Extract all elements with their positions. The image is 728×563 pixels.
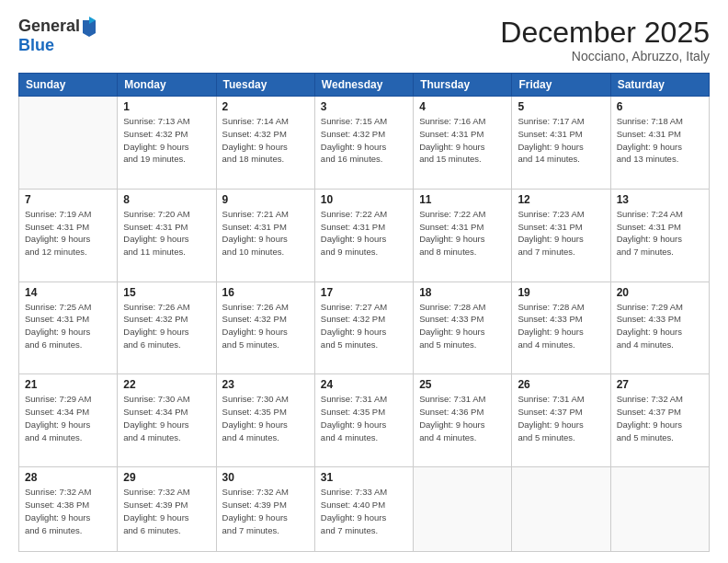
day-info: Sunrise: 7:14 AM Sunset: 4:32 PM Dayligh… <box>222 115 309 166</box>
day-info: Sunrise: 7:18 AM Sunset: 4:31 PM Dayligh… <box>617 115 703 166</box>
day-info: Sunrise: 7:22 AM Sunset: 4:31 PM Dayligh… <box>419 208 506 259</box>
calendar-cell: 7Sunrise: 7:19 AM Sunset: 4:31 PM Daylig… <box>19 189 118 282</box>
calendar-cell: 13Sunrise: 7:24 AM Sunset: 4:31 PM Dayli… <box>610 189 709 282</box>
col-saturday: Saturday <box>610 74 709 97</box>
day-info: Sunrise: 7:32 AM Sunset: 4:37 PM Dayligh… <box>617 393 703 443</box>
day-number: 2 <box>222 100 309 113</box>
calendar-cell: 5Sunrise: 7:17 AM Sunset: 4:31 PM Daylig… <box>512 97 610 190</box>
calendar-cell: 15Sunrise: 7:26 AM Sunset: 4:32 PM Dayli… <box>118 282 216 374</box>
day-info: Sunrise: 7:15 AM Sunset: 4:32 PM Dayligh… <box>321 115 407 166</box>
day-number: 1 <box>123 100 210 113</box>
day-number: 9 <box>222 193 309 206</box>
calendar-cell <box>512 467 610 552</box>
day-info: Sunrise: 7:32 AM Sunset: 4:39 PM Dayligh… <box>222 486 309 536</box>
calendar-cell <box>610 467 709 552</box>
day-number: 11 <box>419 193 506 206</box>
day-info: Sunrise: 7:33 AM Sunset: 4:40 PM Dayligh… <box>321 486 407 536</box>
day-number: 5 <box>518 100 604 113</box>
day-number: 8 <box>123 193 210 206</box>
calendar-cell: 6Sunrise: 7:18 AM Sunset: 4:31 PM Daylig… <box>610 97 709 190</box>
calendar-cell: 20Sunrise: 7:29 AM Sunset: 4:33 PM Dayli… <box>610 282 709 374</box>
calendar-cell: 25Sunrise: 7:31 AM Sunset: 4:36 PM Dayli… <box>414 374 512 467</box>
title-block: December 2025 Nocciano, Abruzzo, Italy <box>500 17 710 63</box>
day-info: Sunrise: 7:20 AM Sunset: 4:31 PM Dayligh… <box>123 208 210 259</box>
day-number: 17 <box>321 286 407 299</box>
calendar-cell: 3Sunrise: 7:15 AM Sunset: 4:32 PM Daylig… <box>314 97 413 190</box>
day-number: 16 <box>222 286 309 299</box>
calendar-cell: 17Sunrise: 7:27 AM Sunset: 4:32 PM Dayli… <box>314 282 413 374</box>
logo: General Blue <box>18 17 97 55</box>
day-info: Sunrise: 7:30 AM Sunset: 4:34 PM Dayligh… <box>123 393 210 443</box>
day-info: Sunrise: 7:32 AM Sunset: 4:38 PM Dayligh… <box>25 486 111 536</box>
day-info: Sunrise: 7:16 AM Sunset: 4:31 PM Dayligh… <box>419 115 506 166</box>
calendar-cell: 28Sunrise: 7:32 AM Sunset: 4:38 PM Dayli… <box>19 467 118 552</box>
day-number: 21 <box>25 378 111 391</box>
logo-icon <box>81 17 97 37</box>
day-number: 10 <box>321 193 407 206</box>
calendar-cell: 21Sunrise: 7:29 AM Sunset: 4:34 PM Dayli… <box>19 374 118 467</box>
day-number: 18 <box>419 286 506 299</box>
day-info: Sunrise: 7:30 AM Sunset: 4:35 PM Dayligh… <box>222 393 309 443</box>
day-info: Sunrise: 7:17 AM Sunset: 4:31 PM Dayligh… <box>518 115 604 166</box>
calendar-cell: 2Sunrise: 7:14 AM Sunset: 4:32 PM Daylig… <box>216 97 314 190</box>
day-number: 12 <box>518 193 604 206</box>
logo-blue: Blue <box>18 36 54 54</box>
day-number: 13 <box>617 193 703 206</box>
calendar-table: Sunday Monday Tuesday Wednesday Thursday… <box>18 73 710 552</box>
logo-general: General <box>18 17 80 36</box>
day-info: Sunrise: 7:21 AM Sunset: 4:31 PM Dayligh… <box>222 208 309 259</box>
calendar-cell: 8Sunrise: 7:20 AM Sunset: 4:31 PM Daylig… <box>118 189 216 282</box>
day-info: Sunrise: 7:22 AM Sunset: 4:31 PM Dayligh… <box>321 208 407 259</box>
calendar-cell: 29Sunrise: 7:32 AM Sunset: 4:39 PM Dayli… <box>118 467 216 552</box>
calendar-cell: 14Sunrise: 7:25 AM Sunset: 4:31 PM Dayli… <box>19 282 118 374</box>
calendar-cell <box>414 467 512 552</box>
day-info: Sunrise: 7:28 AM Sunset: 4:33 PM Dayligh… <box>419 301 506 351</box>
day-info: Sunrise: 7:26 AM Sunset: 4:32 PM Dayligh… <box>123 301 210 351</box>
day-info: Sunrise: 7:23 AM Sunset: 4:31 PM Dayligh… <box>518 208 604 259</box>
day-info: Sunrise: 7:32 AM Sunset: 4:39 PM Dayligh… <box>123 486 210 536</box>
day-number: 30 <box>222 471 309 484</box>
day-number: 23 <box>222 378 309 391</box>
day-info: Sunrise: 7:24 AM Sunset: 4:31 PM Dayligh… <box>617 208 703 259</box>
day-number: 29 <box>123 471 210 484</box>
calendar-cell: 26Sunrise: 7:31 AM Sunset: 4:37 PM Dayli… <box>512 374 610 467</box>
day-info: Sunrise: 7:27 AM Sunset: 4:32 PM Dayligh… <box>321 301 407 351</box>
calendar-header-row: Sunday Monday Tuesday Wednesday Thursday… <box>19 74 710 97</box>
calendar-cell <box>19 97 118 190</box>
col-wednesday: Wednesday <box>314 74 413 97</box>
day-info: Sunrise: 7:31 AM Sunset: 4:37 PM Dayligh… <box>518 393 604 443</box>
calendar-cell: 27Sunrise: 7:32 AM Sunset: 4:37 PM Dayli… <box>610 374 709 467</box>
col-tuesday: Tuesday <box>216 74 314 97</box>
calendar-cell: 10Sunrise: 7:22 AM Sunset: 4:31 PM Dayli… <box>314 189 413 282</box>
day-info: Sunrise: 7:29 AM Sunset: 4:33 PM Dayligh… <box>617 301 703 351</box>
header: General Blue December 2025 Nocciano, Abr… <box>18 17 710 63</box>
day-info: Sunrise: 7:19 AM Sunset: 4:31 PM Dayligh… <box>25 208 111 259</box>
calendar-cell: 19Sunrise: 7:28 AM Sunset: 4:33 PM Dayli… <box>512 282 610 374</box>
day-number: 26 <box>518 378 604 391</box>
calendar-cell: 12Sunrise: 7:23 AM Sunset: 4:31 PM Dayli… <box>512 189 610 282</box>
day-number: 7 <box>25 193 111 206</box>
day-info: Sunrise: 7:29 AM Sunset: 4:34 PM Dayligh… <box>25 393 111 443</box>
day-number: 22 <box>123 378 210 391</box>
calendar-cell: 18Sunrise: 7:28 AM Sunset: 4:33 PM Dayli… <box>414 282 512 374</box>
day-info: Sunrise: 7:13 AM Sunset: 4:32 PM Dayligh… <box>123 115 210 166</box>
day-number: 20 <box>617 286 703 299</box>
day-number: 31 <box>321 471 407 484</box>
day-number: 4 <box>419 100 506 113</box>
day-number: 15 <box>123 286 210 299</box>
day-info: Sunrise: 7:28 AM Sunset: 4:33 PM Dayligh… <box>518 301 604 351</box>
day-number: 28 <box>25 471 111 484</box>
calendar-cell: 11Sunrise: 7:22 AM Sunset: 4:31 PM Dayli… <box>414 189 512 282</box>
col-thursday: Thursday <box>414 74 512 97</box>
month-title: December 2025 <box>500 17 710 49</box>
day-number: 24 <box>321 378 407 391</box>
calendar-cell: 23Sunrise: 7:30 AM Sunset: 4:35 PM Dayli… <box>216 374 314 467</box>
calendar-cell: 22Sunrise: 7:30 AM Sunset: 4:34 PM Dayli… <box>118 374 216 467</box>
location: Nocciano, Abruzzo, Italy <box>500 49 710 63</box>
calendar-cell: 30Sunrise: 7:32 AM Sunset: 4:39 PM Dayli… <box>216 467 314 552</box>
col-sunday: Sunday <box>19 74 118 97</box>
day-number: 19 <box>518 286 604 299</box>
page: General Blue December 2025 Nocciano, Abr… <box>0 0 728 563</box>
calendar-cell: 24Sunrise: 7:31 AM Sunset: 4:35 PM Dayli… <box>314 374 413 467</box>
day-info: Sunrise: 7:31 AM Sunset: 4:36 PM Dayligh… <box>419 393 506 443</box>
